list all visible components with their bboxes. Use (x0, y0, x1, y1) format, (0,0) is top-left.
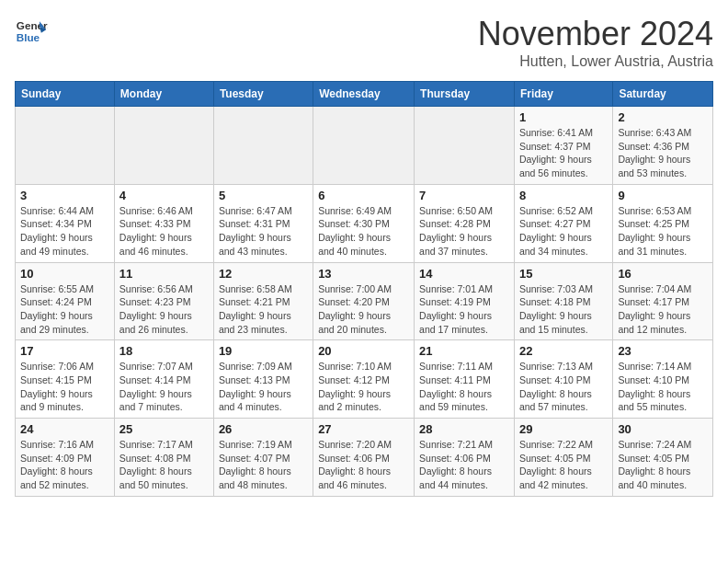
logo: General Blue (15, 15, 48, 48)
day-detail: Sunrise: 7:07 AM Sunset: 4:14 PM Dayligh… (119, 360, 209, 414)
day-number: 8 (519, 189, 608, 202)
day-number: 29 (519, 422, 608, 436)
calendar-cell: 3Sunrise: 6:44 AM Sunset: 4:34 PM Daylig… (16, 184, 115, 262)
calendar-week-2: 3Sunrise: 6:44 AM Sunset: 4:34 PM Daylig… (16, 184, 713, 262)
calendar-cell: 23Sunrise: 7:14 AM Sunset: 4:10 PM Dayli… (613, 340, 713, 419)
day-header-tuesday: Tuesday (213, 82, 313, 107)
calendar-cell (114, 107, 213, 185)
calendar-cell: 4Sunrise: 6:46 AM Sunset: 4:33 PM Daylig… (114, 184, 213, 262)
day-detail: Sunrise: 7:13 AM Sunset: 4:10 PM Dayligh… (519, 360, 608, 414)
calendar-cell: 27Sunrise: 7:20 AM Sunset: 4:06 PM Dayli… (313, 419, 415, 497)
day-number: 21 (419, 344, 509, 358)
day-number: 12 (219, 267, 308, 281)
day-number: 15 (519, 267, 608, 281)
calendar-cell: 5Sunrise: 6:47 AM Sunset: 4:31 PM Daylig… (213, 184, 313, 262)
day-detail: Sunrise: 7:19 AM Sunset: 4:07 PM Dayligh… (219, 438, 308, 492)
day-number: 4 (119, 189, 209, 202)
day-number: 10 (20, 267, 109, 281)
calendar-cell: 2Sunrise: 6:43 AM Sunset: 4:36 PM Daylig… (613, 107, 713, 185)
calendar-cell: 6Sunrise: 6:49 AM Sunset: 4:30 PM Daylig… (313, 184, 415, 262)
day-number: 26 (219, 422, 308, 436)
calendar-cell (313, 107, 415, 185)
day-number: 13 (318, 267, 409, 281)
calendar-cell: 26Sunrise: 7:19 AM Sunset: 4:07 PM Dayli… (213, 419, 313, 497)
calendar-cell: 21Sunrise: 7:11 AM Sunset: 4:11 PM Dayli… (415, 340, 515, 419)
calendar-cell: 20Sunrise: 7:10 AM Sunset: 4:12 PM Dayli… (313, 340, 415, 419)
day-detail: Sunrise: 7:11 AM Sunset: 4:11 PM Dayligh… (419, 360, 509, 414)
day-detail: Sunrise: 6:43 AM Sunset: 4:36 PM Dayligh… (618, 126, 708, 180)
day-number: 23 (618, 344, 708, 358)
day-header-sunday: Sunday (16, 82, 115, 107)
calendar-cell: 24Sunrise: 7:16 AM Sunset: 4:09 PM Dayli… (16, 419, 115, 497)
calendar-cell: 18Sunrise: 7:07 AM Sunset: 4:14 PM Dayli… (114, 340, 213, 419)
svg-text:Blue: Blue (17, 31, 40, 43)
day-detail: Sunrise: 7:10 AM Sunset: 4:12 PM Dayligh… (318, 360, 409, 414)
day-header-monday: Monday (114, 82, 213, 107)
day-detail: Sunrise: 6:56 AM Sunset: 4:23 PM Dayligh… (119, 282, 209, 337)
day-number: 18 (119, 344, 209, 358)
subtitle: Hutten, Lower Austria, Austria (478, 53, 713, 70)
calendar-cell (16, 107, 115, 185)
calendar-cell: 30Sunrise: 7:24 AM Sunset: 4:05 PM Dayli… (613, 419, 713, 497)
calendar-cell: 25Sunrise: 7:17 AM Sunset: 4:08 PM Dayli… (114, 419, 213, 497)
day-number: 2 (618, 110, 708, 124)
day-detail: Sunrise: 6:55 AM Sunset: 4:24 PM Dayligh… (20, 282, 109, 337)
day-detail: Sunrise: 6:41 AM Sunset: 4:37 PM Dayligh… (519, 126, 608, 180)
day-number: 24 (20, 422, 109, 436)
calendar-cell: 14Sunrise: 7:01 AM Sunset: 4:19 PM Dayli… (415, 262, 515, 340)
day-detail: Sunrise: 7:04 AM Sunset: 4:17 PM Dayligh… (618, 282, 708, 337)
day-detail: Sunrise: 7:22 AM Sunset: 4:05 PM Dayligh… (519, 438, 608, 492)
day-header-saturday: Saturday (613, 82, 713, 107)
day-detail: Sunrise: 7:14 AM Sunset: 4:10 PM Dayligh… (618, 360, 708, 414)
day-detail: Sunrise: 6:46 AM Sunset: 4:33 PM Dayligh… (119, 204, 209, 259)
month-title: November 2024 (478, 15, 713, 53)
day-number: 6 (318, 189, 409, 202)
day-number: 22 (519, 344, 608, 358)
calendar-cell: 9Sunrise: 6:53 AM Sunset: 4:25 PM Daylig… (613, 184, 713, 262)
calendar-cell: 19Sunrise: 7:09 AM Sunset: 4:13 PM Dayli… (213, 340, 313, 419)
calendar-cell: 10Sunrise: 6:55 AM Sunset: 4:24 PM Dayli… (16, 262, 115, 340)
calendar-table: SundayMondayTuesdayWednesdayThursdayFrid… (15, 81, 713, 497)
day-detail: Sunrise: 6:53 AM Sunset: 4:25 PM Dayligh… (618, 204, 708, 259)
calendar-cell: 17Sunrise: 7:06 AM Sunset: 4:15 PM Dayli… (16, 340, 115, 419)
day-number: 14 (419, 267, 509, 281)
day-detail: Sunrise: 7:21 AM Sunset: 4:06 PM Dayligh… (419, 438, 509, 492)
day-header-thursday: Thursday (415, 82, 515, 107)
calendar-week-4: 17Sunrise: 7:06 AM Sunset: 4:15 PM Dayli… (16, 340, 713, 419)
day-detail: Sunrise: 6:58 AM Sunset: 4:21 PM Dayligh… (219, 282, 308, 337)
day-number: 3 (20, 189, 109, 202)
day-detail: Sunrise: 6:50 AM Sunset: 4:28 PM Dayligh… (419, 204, 509, 259)
day-detail: Sunrise: 7:17 AM Sunset: 4:08 PM Dayligh… (119, 438, 209, 492)
day-number: 16 (618, 267, 708, 281)
day-detail: Sunrise: 7:00 AM Sunset: 4:20 PM Dayligh… (318, 282, 409, 337)
day-detail: Sunrise: 7:01 AM Sunset: 4:19 PM Dayligh… (419, 282, 509, 337)
day-detail: Sunrise: 7:09 AM Sunset: 4:13 PM Dayligh… (219, 360, 308, 414)
logo-icon: General Blue (15, 15, 48, 48)
calendar-cell: 7Sunrise: 6:50 AM Sunset: 4:28 PM Daylig… (415, 184, 515, 262)
calendar-week-5: 24Sunrise: 7:16 AM Sunset: 4:09 PM Dayli… (16, 419, 713, 497)
day-detail: Sunrise: 6:44 AM Sunset: 4:34 PM Dayligh… (20, 204, 109, 259)
day-number: 27 (318, 422, 409, 436)
day-number: 11 (119, 267, 209, 281)
day-detail: Sunrise: 7:20 AM Sunset: 4:06 PM Dayligh… (318, 438, 409, 492)
day-header-wednesday: Wednesday (313, 82, 415, 107)
calendar-week-3: 10Sunrise: 6:55 AM Sunset: 4:24 PM Dayli… (16, 262, 713, 340)
day-header-friday: Friday (514, 82, 612, 107)
calendar-cell: 28Sunrise: 7:21 AM Sunset: 4:06 PM Dayli… (415, 419, 515, 497)
day-number: 9 (618, 189, 708, 202)
day-number: 5 (219, 189, 308, 202)
day-detail: Sunrise: 7:24 AM Sunset: 4:05 PM Dayligh… (618, 438, 708, 492)
calendar-cell (213, 107, 313, 185)
calendar-cell: 11Sunrise: 6:56 AM Sunset: 4:23 PM Dayli… (114, 262, 213, 340)
calendar-cell: 22Sunrise: 7:13 AM Sunset: 4:10 PM Dayli… (514, 340, 612, 419)
title-area: November 2024 Hutten, Lower Austria, Aus… (478, 15, 713, 70)
day-number: 30 (618, 422, 708, 436)
day-number: 1 (519, 110, 608, 124)
day-detail: Sunrise: 7:16 AM Sunset: 4:09 PM Dayligh… (20, 438, 109, 492)
day-number: 20 (318, 344, 409, 358)
calendar-header-row: SundayMondayTuesdayWednesdayThursdayFrid… (16, 82, 713, 107)
day-number: 19 (219, 344, 308, 358)
calendar-body: 1Sunrise: 6:41 AM Sunset: 4:37 PM Daylig… (16, 107, 713, 497)
calendar-cell: 13Sunrise: 7:00 AM Sunset: 4:20 PM Dayli… (313, 262, 415, 340)
calendar-cell: 16Sunrise: 7:04 AM Sunset: 4:17 PM Dayli… (613, 262, 713, 340)
